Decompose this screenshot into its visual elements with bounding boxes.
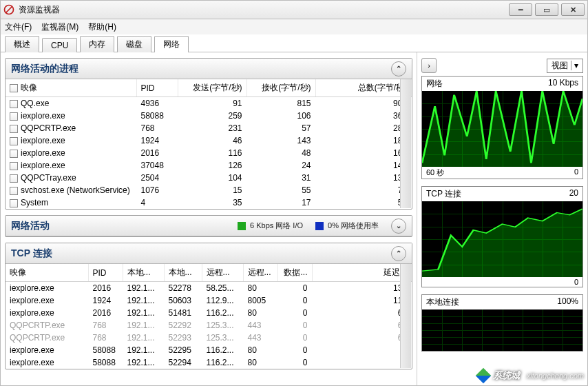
chart-title: TCP 连接 <box>426 188 461 200</box>
col-pid[interactable]: PID <box>136 79 178 97</box>
chevron-down-icon: ▾ <box>571 61 578 70</box>
table-row[interactable]: System4351752 <box>6 196 412 209</box>
chart-network: 网络10 Kbps 60 秒0 <box>421 76 583 179</box>
tcp-panel: TCP 连接 ⌃ 映像 PID 本地... 本地... 远程... 远程... … <box>5 243 412 369</box>
tabbar: 概述 CPU 内存 磁盘 网络 <box>0 34 588 52</box>
row-checkbox[interactable] <box>10 125 18 133</box>
scrollbar[interactable] <box>400 79 411 208</box>
table-row[interactable]: QQPCRTP.exe768192.1...52292125.3...44306… <box>6 319 412 332</box>
chart-nav-button[interactable]: › <box>421 58 437 73</box>
view-dropdown[interactable]: 视图 ▾ <box>547 59 583 73</box>
table-row[interactable]: iexplore.exe2016192.1...5227858.25...800… <box>6 282 412 295</box>
table-row[interactable]: QQPCRTP.exe76823157288 <box>6 122 412 134</box>
chart-zero: 0 <box>574 167 578 178</box>
row-checkbox[interactable] <box>10 174 18 183</box>
tab-disk[interactable]: 磁盘 <box>117 36 151 52</box>
col-loss[interactable]: 数据... <box>277 264 312 282</box>
processes-panel: 网络活动的进程 ⌃ 映像 PID 发送(字节/秒) 接收(字节/秒) 总数(字节… <box>5 58 412 210</box>
col-raddr[interactable]: 远程... <box>202 264 243 282</box>
table-row[interactable]: iexplore.exe192446143189 <box>6 134 412 147</box>
expand-toggle[interactable]: ⌄ <box>391 219 406 234</box>
menu-monitor[interactable]: 监视器(M) <box>41 21 78 33</box>
activity-panel: 网络活动 6 Kbps 网络 I/O 0% 网络使用率 ⌄ <box>5 215 412 237</box>
table-row[interactable]: iexplore.exe3704812624149 <box>6 159 412 172</box>
processes-table: 映像 PID 发送(字节/秒) 接收(字节/秒) 总数(字节/秒) QQ.exe… <box>6 79 412 209</box>
tab-cpu[interactable]: CPU <box>42 38 77 52</box>
table-row[interactable]: iexplore.exe58088259106365 <box>6 110 412 122</box>
table-row[interactable]: QQPCRTP.exe768192.1...52293125.3...44306… <box>6 332 412 344</box>
tab-overview[interactable]: 概述 <box>5 36 39 52</box>
tcp-table: 映像 PID 本地... 本地... 远程... 远程... 数据... 延迟.… <box>6 264 412 369</box>
io-label: 6 Kbps 网络 I/O <box>250 221 303 231</box>
col-total[interactable]: 总数(字节/秒) <box>315 79 412 97</box>
menu-file[interactable]: 文件(F) <box>5 21 32 33</box>
row-checkbox[interactable] <box>10 100 18 108</box>
table-row[interactable]: QQPCTray.exe250410431135 <box>6 172 412 184</box>
col-lport[interactable]: 本地... <box>164 264 202 282</box>
svg-line-1 <box>6 7 12 13</box>
col-image[interactable]: 映像 <box>6 264 88 282</box>
processes-title: 网络活动的进程 <box>11 63 78 75</box>
chart-scale: 100% <box>557 296 578 308</box>
chart-title: 网络 <box>426 78 443 90</box>
menubar: 文件(F) 监视器(M) 帮助(H) <box>0 19 588 34</box>
chart-scale: 20 <box>569 188 578 200</box>
row-checkbox[interactable] <box>10 187 18 195</box>
row-checkbox[interactable] <box>10 112 18 121</box>
scrollbar[interactable] <box>400 264 411 368</box>
chart-scale: 10 Kbps <box>548 78 578 90</box>
col-laddr[interactable]: 本地... <box>123 264 164 282</box>
chart-xlabel: 60 秒 <box>426 167 444 178</box>
use-label: 0% 网络使用率 <box>328 221 379 231</box>
use-swatch <box>315 222 324 230</box>
app-icon <box>3 4 14 15</box>
collapse-toggle[interactable]: ⌃ <box>391 246 406 261</box>
row-checkbox[interactable] <box>10 150 18 158</box>
close-button[interactable]: ✕ <box>561 3 585 16</box>
header-checkbox[interactable] <box>10 84 18 92</box>
table-row[interactable]: iexplore.exe1924192.1...50603112.9...800… <box>6 294 412 307</box>
maximize-button[interactable]: ▭ <box>535 3 558 16</box>
table-row[interactable]: iexplore.exe201611648163 <box>6 147 412 159</box>
tab-memory[interactable]: 内存 <box>80 36 114 52</box>
table-row[interactable]: iexplore.exe2016192.1...51481116.2...800… <box>6 307 412 319</box>
col-recv[interactable]: 接收(字节/秒) <box>246 79 315 97</box>
activity-title: 网络活动 <box>11 220 50 232</box>
row-checkbox[interactable] <box>10 162 18 170</box>
col-image[interactable]: 映像 <box>21 83 37 92</box>
minimize-button[interactable]: ━ <box>509 3 532 16</box>
row-checkbox[interactable] <box>10 137 18 145</box>
chart-tcp: TCP 连接20 0 <box>421 186 583 287</box>
chart-zero: 0 <box>574 278 578 286</box>
table-row[interactable]: iexplore.exe58088192.1...52294116.2...80… <box>6 356 412 369</box>
table-row[interactable]: svchost.exe (NetworkService)1076155570 <box>6 184 412 196</box>
view-label: 视图 <box>552 60 568 72</box>
col-send[interactable]: 发送(字节/秒) <box>178 79 246 97</box>
row-checkbox[interactable] <box>10 199 18 207</box>
io-swatch <box>238 222 246 230</box>
col-rport[interactable]: 远程... <box>243 264 277 282</box>
chart-title: 本地连接 <box>426 296 459 308</box>
menu-help[interactable]: 帮助(H) <box>88 21 116 33</box>
titlebar: 资源监视器 ━ ▭ ✕ <box>0 0 588 19</box>
tab-network[interactable]: 网络 <box>154 36 189 52</box>
chart-local: 本地连接100% <box>421 294 583 352</box>
col-pid[interactable]: PID <box>88 264 123 282</box>
window-title: 资源监视器 <box>19 4 509 16</box>
col-lat[interactable]: 延迟... <box>312 264 412 282</box>
tcp-title: TCP 连接 <box>11 247 52 260</box>
collapse-toggle[interactable]: ⌃ <box>391 61 406 77</box>
table-row[interactable]: iexplore.exe58088192.1...52295116.2...80… <box>6 344 412 356</box>
table-row[interactable]: QQ.exe493691815906 <box>6 97 412 110</box>
